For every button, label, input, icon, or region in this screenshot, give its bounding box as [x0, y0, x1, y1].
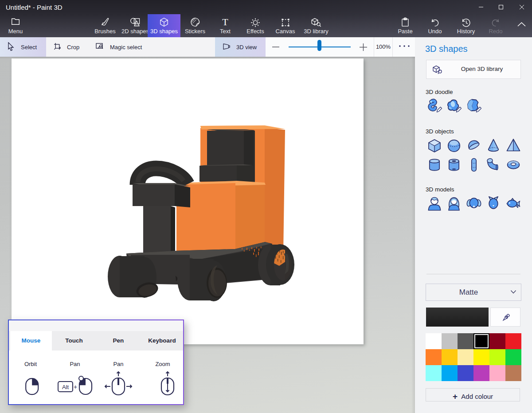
- svg-text:Alt: Alt: [62, 384, 69, 390]
- svg-text:T: T: [222, 17, 228, 27]
- svg-text:+: +: [74, 383, 77, 390]
